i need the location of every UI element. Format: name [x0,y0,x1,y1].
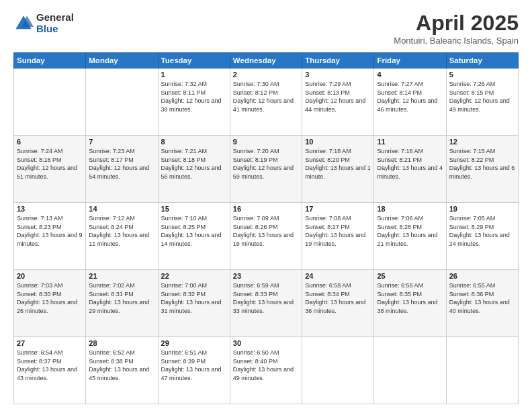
day-number: 25 [377,272,443,280]
logo-text: General Blue [36,12,74,34]
cell-info: Sunrise: 7:32 AMSunset: 8:11 PMDaylight:… [161,80,227,113]
calendar-cell: 23Sunrise: 6:59 AMSunset: 8:33 PMDayligh… [230,270,302,337]
calendar-cell: 22Sunrise: 7:00 AMSunset: 8:32 PMDayligh… [158,270,230,337]
weekday-header-wednesday: Wednesday [230,53,302,68]
day-number: 5 [449,71,515,79]
calendar-cell: 16Sunrise: 7:09 AMSunset: 8:26 PMDayligh… [230,203,302,270]
day-number: 29 [161,339,227,347]
cell-info: Sunrise: 7:13 AMSunset: 8:23 PMDaylight:… [17,214,83,248]
calendar-cell [302,337,374,404]
cell-info: Sunrise: 6:52 AMSunset: 8:38 PMDaylight:… [89,349,154,382]
weekday-header-thursday: Thursday [302,53,374,68]
cell-info: Sunrise: 6:58 AMSunset: 8:34 PMDaylight:… [305,281,371,315]
cell-info: Sunrise: 6:56 AMSunset: 8:35 PMDaylight:… [377,281,443,315]
week-row-1: 1Sunrise: 7:32 AMSunset: 8:11 PMDaylight… [14,68,519,136]
day-number: 7 [89,138,154,146]
calendar-cell: 27Sunrise: 6:54 AMSunset: 8:37 PMDayligh… [14,337,86,404]
calendar-cell: 13Sunrise: 7:13 AMSunset: 8:23 PMDayligh… [14,203,86,270]
calendar-cell: 7Sunrise: 7:23 AMSunset: 8:17 PMDaylight… [86,136,158,203]
cell-info: Sunrise: 7:06 AMSunset: 8:28 PMDaylight:… [377,214,443,248]
cell-info: Sunrise: 7:05 AMSunset: 8:29 PMDaylight:… [449,214,515,248]
calendar-cell: 25Sunrise: 6:56 AMSunset: 8:35 PMDayligh… [374,270,446,337]
calendar-cell: 9Sunrise: 7:20 AMSunset: 8:19 PMDaylight… [230,136,302,203]
cell-info: Sunrise: 7:20 AMSunset: 8:19 PMDaylight:… [233,147,299,181]
week-row-4: 20Sunrise: 7:03 AMSunset: 8:30 PMDayligh… [14,270,519,337]
day-number: 16 [233,205,299,213]
logo-general: General [36,12,74,24]
cell-info: Sunrise: 6:54 AMSunset: 8:37 PMDaylight:… [17,349,83,382]
calendar-cell: 17Sunrise: 7:08 AMSunset: 8:27 PMDayligh… [302,203,374,270]
calendar-cell: 15Sunrise: 7:10 AMSunset: 8:25 PMDayligh… [158,203,230,270]
day-number: 23 [233,272,299,280]
cell-info: Sunrise: 6:51 AMSunset: 8:39 PMDaylight:… [161,349,227,382]
calendar-cell: 19Sunrise: 7:05 AMSunset: 8:29 PMDayligh… [446,203,518,270]
day-number: 21 [89,272,154,280]
logo-blue: Blue [36,24,74,35]
logo-icon [13,13,34,34]
calendar-cell [86,68,158,136]
cell-info: Sunrise: 7:23 AMSunset: 8:17 PMDaylight:… [89,147,154,181]
day-number: 20 [17,272,83,280]
day-number: 10 [305,138,371,146]
day-number: 1 [161,71,227,79]
week-row-3: 13Sunrise: 7:13 AMSunset: 8:23 PMDayligh… [14,203,519,270]
calendar-cell: 18Sunrise: 7:06 AMSunset: 8:28 PMDayligh… [374,203,446,270]
cell-info: Sunrise: 7:27 AMSunset: 8:14 PMDaylight:… [377,80,443,113]
cell-info: Sunrise: 7:26 AMSunset: 8:15 PMDaylight:… [449,80,515,113]
day-number: 22 [161,272,227,280]
week-row-2: 6Sunrise: 7:24 AMSunset: 8:16 PMDaylight… [14,136,519,203]
calendar-cell: 11Sunrise: 7:16 AMSunset: 8:21 PMDayligh… [374,136,446,203]
cell-info: Sunrise: 7:10 AMSunset: 8:25 PMDaylight:… [161,214,227,248]
calendar-cell: 12Sunrise: 7:15 AMSunset: 8:22 PMDayligh… [446,136,518,203]
calendar-cell: 1Sunrise: 7:32 AMSunset: 8:11 PMDaylight… [158,68,230,136]
calendar-cell: 24Sunrise: 6:58 AMSunset: 8:34 PMDayligh… [302,270,374,337]
weekday-header-saturday: Saturday [446,53,518,68]
calendar-cell: 26Sunrise: 6:55 AMSunset: 8:36 PMDayligh… [446,270,518,337]
week-row-5: 27Sunrise: 6:54 AMSunset: 8:37 PMDayligh… [14,337,519,404]
day-number: 4 [377,71,443,79]
cell-info: Sunrise: 7:00 AMSunset: 8:32 PMDaylight:… [161,281,227,315]
cell-info: Sunrise: 7:02 AMSunset: 8:31 PMDaylight:… [89,281,154,315]
month-title: April 2025 [394,12,519,34]
day-number: 24 [305,272,371,280]
calendar-cell: 20Sunrise: 7:03 AMSunset: 8:30 PMDayligh… [14,270,86,337]
weekday-header-monday: Monday [86,53,158,68]
day-number: 27 [17,339,83,347]
cell-info: Sunrise: 7:30 AMSunset: 8:12 PMDaylight:… [233,80,299,113]
calendar-cell: 28Sunrise: 6:52 AMSunset: 8:38 PMDayligh… [86,337,158,404]
cell-info: Sunrise: 7:08 AMSunset: 8:27 PMDaylight:… [305,214,371,248]
title-block: April 2025 Montuiri, Balearic Islands, S… [394,12,519,46]
cell-info: Sunrise: 7:12 AMSunset: 8:24 PMDaylight:… [89,214,154,248]
cell-info: Sunrise: 7:15 AMSunset: 8:22 PMDaylight:… [449,147,515,181]
weekday-header-sunday: Sunday [14,53,86,68]
cell-info: Sunrise: 7:03 AMSunset: 8:30 PMDaylight:… [17,281,83,315]
day-number: 8 [161,138,227,146]
weekday-header-row: SundayMondayTuesdayWednesdayThursdayFrid… [14,53,519,68]
calendar-cell: 3Sunrise: 7:29 AMSunset: 8:13 PMDaylight… [302,68,374,136]
cell-info: Sunrise: 7:18 AMSunset: 8:20 PMDaylight:… [305,147,371,181]
day-number: 12 [449,138,515,146]
calendar-table: SundayMondayTuesdayWednesdayThursdayFrid… [13,52,519,404]
cell-info: Sunrise: 6:50 AMSunset: 8:40 PMDaylight:… [233,349,299,382]
day-number: 11 [377,138,443,146]
day-number: 18 [377,205,443,213]
day-number: 14 [89,205,154,213]
day-number: 26 [449,272,515,280]
calendar-cell: 6Sunrise: 7:24 AMSunset: 8:16 PMDaylight… [14,136,86,203]
day-number: 13 [17,205,83,213]
calendar-cell: 8Sunrise: 7:21 AMSunset: 8:18 PMDaylight… [158,136,230,203]
calendar-cell: 29Sunrise: 6:51 AMSunset: 8:39 PMDayligh… [158,337,230,404]
calendar-cell: 14Sunrise: 7:12 AMSunset: 8:24 PMDayligh… [86,203,158,270]
cell-info: Sunrise: 7:24 AMSunset: 8:16 PMDaylight:… [17,147,83,181]
calendar-cell: 4Sunrise: 7:27 AMSunset: 8:14 PMDaylight… [374,68,446,136]
day-number: 17 [305,205,371,213]
calendar-cell [14,68,86,136]
day-number: 19 [449,205,515,213]
calendar-cell: 21Sunrise: 7:02 AMSunset: 8:31 PMDayligh… [86,270,158,337]
day-number: 9 [233,138,299,146]
calendar-cell: 5Sunrise: 7:26 AMSunset: 8:15 PMDaylight… [446,68,518,136]
logo: General Blue [13,12,74,34]
cell-info: Sunrise: 6:59 AMSunset: 8:33 PMDaylight:… [233,281,299,315]
day-number: 30 [233,339,299,347]
calendar-cell: 30Sunrise: 6:50 AMSunset: 8:40 PMDayligh… [230,337,302,404]
